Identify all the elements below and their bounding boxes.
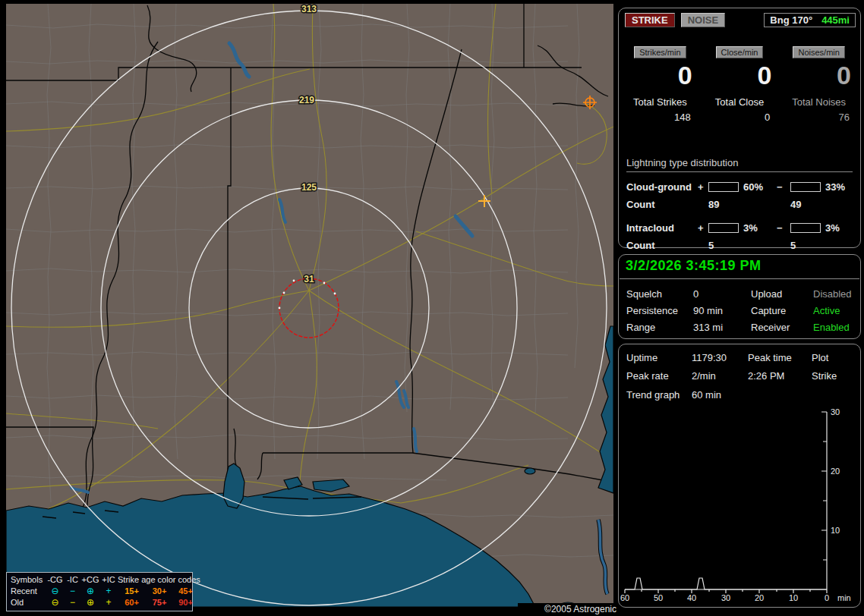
ring-label-125: 125 xyxy=(301,182,317,193)
county-borders xyxy=(6,4,613,565)
intracloud-row: Intracloud + 3% − 3% xyxy=(626,222,853,234)
strikes-per-min-value: 0 xyxy=(620,60,700,90)
plus-sign: + xyxy=(698,222,708,234)
close-counter: Close/min 0 Total Close 0 xyxy=(700,46,780,123)
bearing-display: Bng 170°445mi xyxy=(764,13,856,27)
cg-plus-pct: 60% xyxy=(743,181,777,193)
ic-plus-pct: 3% xyxy=(743,222,777,234)
legend-age-header: Strike age color codes xyxy=(118,574,198,586)
legend-col-pos-cg: +CG xyxy=(81,574,99,586)
strikes-counter: Strikes/min 0 Total Strikes 148 xyxy=(620,46,700,123)
ic-minus-count: 5 xyxy=(790,240,853,251)
pos-ic-old-icon: + xyxy=(99,597,118,608)
noises-counter: Noises/min 0 Total Noises 76 xyxy=(779,46,859,123)
bearing-distance: 445mi xyxy=(821,14,850,26)
counters-box: STRIKE NOISE Bng 170°445mi Strikes/min 0… xyxy=(618,8,861,248)
noise-button[interactable]: NOISE xyxy=(681,13,725,27)
pos-ic-recent-icon: + xyxy=(99,586,118,597)
cg-plus-bar xyxy=(708,182,739,192)
total-close-value: 0 xyxy=(700,112,780,123)
trend-line xyxy=(625,578,827,589)
legend-col-neg-cg: -CG xyxy=(46,574,64,586)
close-alarm-ring xyxy=(279,278,339,338)
total-noises-label: Total Noises xyxy=(779,96,859,108)
range-label: Range xyxy=(626,322,693,333)
neg-cg-old-icon: ⊖ xyxy=(46,597,64,608)
capture-value: Active xyxy=(813,305,860,316)
receiver-label: Receiver xyxy=(751,322,813,333)
receiver-value: Enabled xyxy=(813,322,860,333)
copyright-notice: ©2005 Astrogenic Systems xyxy=(518,603,618,616)
range-value: 313 mi xyxy=(693,322,751,333)
noises-per-min-value: 0 xyxy=(779,60,859,90)
intracloud-label: Intracloud xyxy=(626,222,698,234)
svg-text:40: 40 xyxy=(687,593,696,602)
pos-cg-old-icon: ⊕ xyxy=(81,597,99,608)
strike-button[interactable]: STRIKE xyxy=(625,13,675,27)
svg-text:10: 10 xyxy=(831,526,840,535)
age-60: 60+ xyxy=(118,597,146,608)
minus-sign: − xyxy=(777,181,790,193)
capture-label: Capture xyxy=(751,305,813,316)
squelch-label: Squelch xyxy=(626,288,693,300)
persistence-value: 90 min xyxy=(693,305,751,316)
close-per-min-button[interactable]: Close/min xyxy=(716,46,764,58)
strikes-per-min-button[interactable]: Strikes/min xyxy=(634,46,686,58)
clock-status-box: 3/2/2026 3:45:19 PM Squelch 0 Upload Dis… xyxy=(618,254,861,339)
svg-text:60: 60 xyxy=(620,593,629,602)
cg-plus-count: 89 xyxy=(708,199,777,210)
cloud-ground-count-row: Count 89 49 xyxy=(626,199,853,210)
total-strikes-value: 148 xyxy=(620,112,700,123)
lightning-distribution: Lightning type distribution Cloud-ground… xyxy=(626,157,853,251)
minus-sign: − xyxy=(777,222,790,234)
ic-minus-pct: 3% xyxy=(825,222,853,234)
svg-text:0: 0 xyxy=(825,593,829,602)
squelch-value: 0 xyxy=(693,288,751,300)
upload-label: Upload xyxy=(751,288,813,300)
total-close-label: Total Close xyxy=(700,96,780,108)
legend-col-neg-ic: -IC xyxy=(64,574,81,586)
intracloud-count-row: Count 5 5 xyxy=(626,240,853,251)
age-15: 15+ xyxy=(118,586,146,597)
age-45: 45+ xyxy=(173,586,198,597)
pos-cg-recent-icon: ⊕ xyxy=(81,586,99,597)
ic-plus-bar xyxy=(708,223,739,233)
cg-minus-count: 49 xyxy=(790,199,853,210)
ring-label-219: 219 xyxy=(299,95,314,105)
ic-minus-bar xyxy=(790,223,821,233)
neg-ic-recent-icon: − xyxy=(64,586,81,597)
count-label: Count xyxy=(626,240,708,251)
plus-ic-strike-icon xyxy=(478,195,490,207)
bearing-label: Bng 170° xyxy=(770,14,812,26)
trend-graph: 60 50 40 30 20 10 0 min 10 20 30 xyxy=(619,344,862,607)
total-strikes-label: Total Strikes xyxy=(620,96,700,108)
lightning-map[interactable]: 313 219 125 31 Symbols -CG -IC +CG +IC xyxy=(6,4,613,607)
ring-label-31: 31 xyxy=(304,274,314,284)
cg-minus-pct: 33% xyxy=(825,181,853,193)
svg-text:20: 20 xyxy=(831,467,840,476)
svg-text:10: 10 xyxy=(789,593,798,602)
legend-recent-label: Recent xyxy=(11,586,46,597)
close-per-min-value: 0 xyxy=(700,60,780,90)
gulf-of-mexico xyxy=(6,326,613,607)
status-panel: STRIKE NOISE Bng 170°445mi Strikes/min 0… xyxy=(616,0,864,616)
legend-old-label: Old xyxy=(11,597,46,608)
legend-col-pos-ic: +IC xyxy=(99,574,118,586)
neg-cg-recent-icon: ⊖ xyxy=(46,586,64,597)
svg-text:30: 30 xyxy=(831,407,840,416)
app-window: 313 219 125 31 Symbols -CG -IC +CG +IC xyxy=(0,0,864,616)
upload-value: Disabled xyxy=(813,288,860,300)
age-30: 30+ xyxy=(146,586,173,597)
svg-text:20: 20 xyxy=(755,593,764,602)
noises-per-min-button[interactable]: Noises/min xyxy=(793,46,844,58)
plus-sign: + xyxy=(698,181,708,193)
cg-minus-bar xyxy=(790,182,821,192)
persistence-label: Persistence xyxy=(626,305,693,316)
total-noises-value: 76 xyxy=(779,112,859,123)
date-time: 3/2/2026 3:45:19 PM xyxy=(620,255,859,279)
count-label: Count xyxy=(626,199,708,210)
svg-text:50: 50 xyxy=(654,593,663,602)
trend-x-unit: min xyxy=(837,593,851,602)
distribution-heading: Lightning type distribution xyxy=(626,157,853,172)
trend-box: Uptime 1179:30 Peak time Plot Peak rate … xyxy=(618,344,861,608)
